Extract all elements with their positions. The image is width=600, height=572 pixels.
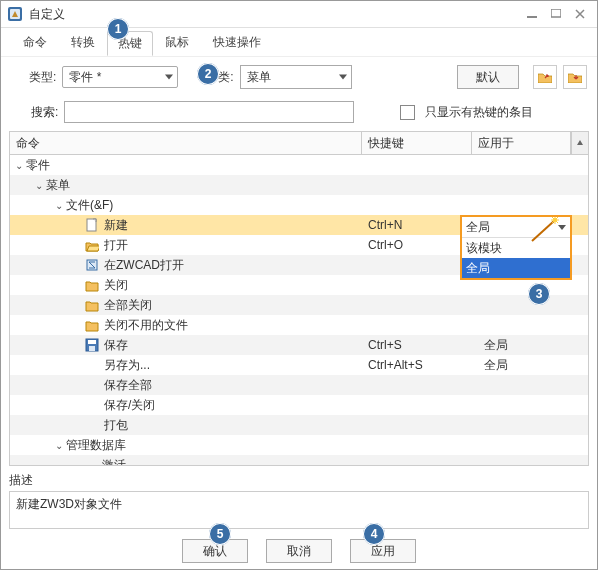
description-section: 描述 新建ZW3D对象文件: [9, 472, 589, 529]
type-value: 零件 *: [69, 69, 101, 86]
folder-icon: [84, 297, 100, 313]
grid-body: ⌄零件 ⌄菜单 ⌄文件(&F) 新建Ctrl+N全局打开Ctrl+O在ZWCAD…: [10, 155, 588, 465]
svg-rect-3: [551, 9, 561, 17]
tree-item-label: 关闭不用的文件: [104, 317, 188, 334]
category-value: 菜单: [247, 69, 271, 86]
applied-cell: 全局: [478, 337, 588, 354]
search-row: 搜索: 只显示有热键的条目: [1, 97, 597, 131]
svg-rect-4: [87, 219, 96, 231]
shortcut-cell: Ctrl+S: [362, 338, 478, 352]
callout-5: 5: [209, 523, 231, 545]
grid-header: 命令 快捷键 应用于: [10, 132, 588, 155]
svg-rect-2: [527, 16, 537, 18]
app-icon: [7, 6, 23, 22]
tree-item[interactable]: 打包: [10, 415, 588, 435]
tree-row-db[interactable]: ⌄管理数据库: [10, 435, 588, 455]
tab-mouse[interactable]: 鼠标: [153, 29, 201, 56]
applied-option-1[interactable]: 全局: [462, 258, 570, 278]
folder-open-button[interactable]: [533, 65, 557, 89]
search-input[interactable]: [64, 101, 354, 123]
open-icon: [84, 237, 100, 253]
description-text: 新建ZW3D对象文件: [9, 491, 589, 529]
col-command[interactable]: 命令: [10, 132, 362, 154]
chevron-down-icon: [165, 75, 173, 80]
expander-icon: ⌄: [54, 200, 64, 211]
apply-button[interactable]: 应用: [350, 539, 416, 563]
maximize-button[interactable]: [545, 6, 567, 22]
blank-icon: [84, 397, 100, 413]
tree-item-label: 保存: [104, 337, 128, 354]
tree-item-label: 关闭: [104, 277, 128, 294]
tree-item[interactable]: 保存/关闭: [10, 395, 588, 415]
default-button[interactable]: 默认: [457, 65, 519, 89]
wand-cursor-icon: [530, 217, 564, 243]
shortcut-cell: Ctrl+Alt+S: [362, 358, 478, 372]
tree-item[interactable]: 全部关闭: [10, 295, 588, 315]
callout-3: 3: [528, 283, 550, 305]
svg-rect-8: [89, 346, 95, 351]
tree-item[interactable]: 另存为...Ctrl+Alt+S全局: [10, 355, 588, 375]
applied-cell: 全局: [478, 357, 588, 374]
close-button[interactable]: [569, 6, 591, 22]
col-shortcut[interactable]: 快捷键: [362, 132, 472, 154]
filter-row: 类型: 零件 * 2 分类: 菜单 默认: [1, 57, 597, 97]
tree-item-label: 新建: [104, 217, 128, 234]
tree-item[interactable]: 关闭不用的文件: [10, 315, 588, 335]
tree-item[interactable]: 保存Ctrl+S全局: [10, 335, 588, 355]
callout-1: 1: [107, 18, 129, 40]
category-combo[interactable]: 菜单: [240, 65, 352, 89]
tree-item-label: 打开: [104, 237, 128, 254]
zwcad-icon: [84, 257, 100, 273]
folder-icon: [84, 277, 100, 293]
new-icon: [84, 217, 100, 233]
save-icon: [84, 337, 100, 353]
blank-icon: [84, 417, 100, 433]
only-hotkeys-label: 只显示有热键的条目: [425, 104, 533, 121]
tree-item-label: 保存全部: [104, 377, 152, 394]
tree-item-label: 在ZWCAD打开: [104, 257, 184, 274]
tree-item[interactable]: 保存全部: [10, 375, 588, 395]
folder-save-button[interactable]: [563, 65, 587, 89]
expander-icon: ⌄: [14, 160, 24, 171]
tree-row-root[interactable]: ⌄零件: [10, 155, 588, 175]
tree-item-label: 全部关闭: [104, 297, 152, 314]
tree-item-label: 另存为...: [104, 357, 150, 374]
tree-item-label: 打包: [104, 417, 128, 434]
hotkey-grid: 命令 快捷键 应用于 ⌄零件 ⌄菜单 ⌄文件(&F) 新建Ctrl+N全局打开C…: [9, 131, 589, 466]
tree-item-label: 激活: [102, 457, 126, 466]
scroll-up[interactable]: [571, 132, 588, 154]
dialog-footer: 5 确认 取消 应用 4: [1, 529, 597, 569]
expander-icon: ⌄: [34, 180, 44, 191]
blank-icon: [84, 357, 100, 373]
minimize-button[interactable]: [521, 6, 543, 22]
tab-commands[interactable]: 命令: [11, 29, 59, 56]
chevron-down-icon: [339, 75, 347, 80]
type-combo[interactable]: 零件 *: [62, 66, 178, 88]
window-title: 自定义: [29, 6, 65, 23]
col-applied[interactable]: 应用于: [472, 132, 571, 154]
folder-icon: [84, 317, 100, 333]
tab-convert[interactable]: 转换: [59, 29, 107, 56]
tree-row-menu[interactable]: ⌄菜单: [10, 175, 588, 195]
callout-2: 2: [197, 63, 219, 85]
expander-icon: ⌄: [54, 440, 64, 451]
blank-icon: [84, 377, 100, 393]
only-hotkeys-checkbox[interactable]: [400, 105, 415, 120]
tab-quick[interactable]: 快速操作: [201, 29, 273, 56]
titlebar: 自定义: [1, 1, 597, 28]
type-label: 类型:: [29, 69, 56, 86]
callout-4: 4: [363, 523, 385, 545]
tree-item-label: 保存/关闭: [104, 397, 155, 414]
search-label: 搜索:: [31, 104, 58, 121]
cancel-button[interactable]: 取消: [266, 539, 332, 563]
tab-bar: 命令 转换 热键 鼠标 快速操作 1: [1, 28, 597, 57]
description-label: 描述: [9, 472, 589, 489]
tree-item[interactable]: 激活: [10, 455, 588, 465]
tree-row-file[interactable]: ⌄文件(&F): [10, 195, 588, 215]
customize-dialog: 自定义 命令 转换 热键 鼠标 快速操作 1 类型: 零件 * 2 分类: 菜单…: [0, 0, 598, 570]
svg-rect-7: [88, 340, 96, 344]
